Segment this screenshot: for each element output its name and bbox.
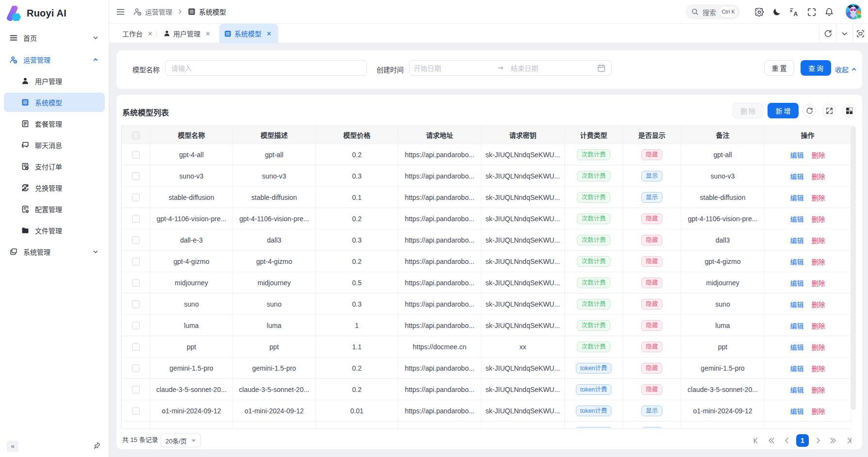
svg-text:A: A [794,11,798,17]
